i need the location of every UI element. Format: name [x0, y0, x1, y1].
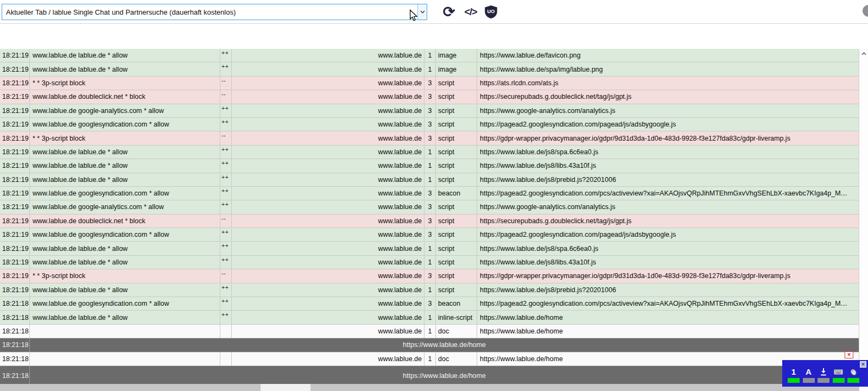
- keyboard-icon[interactable]: [834, 367, 843, 376]
- log-filter-rule: www.lablue.de lablue.de * allow: [30, 173, 220, 186]
- log-counter: ++: [220, 104, 232, 117]
- ublock-shield-icon[interactable]: UO: [482, 3, 499, 21]
- log-row[interactable]: 18:21:19www.lablue.de googlesyndication.…: [0, 118, 859, 131]
- log-type: inline-script: [436, 311, 477, 324]
- log-counter: --: [220, 131, 232, 144]
- widget-slot[interactable]: A: [802, 367, 816, 383]
- log-hostname: www.lablue.de: [232, 297, 425, 310]
- log-url: https://www.lablue.de/spa/img/lablue.png: [477, 62, 859, 75]
- log-time: 18:21:19: [0, 200, 30, 213]
- widget-indicator: [847, 378, 859, 383]
- log-row[interactable]: 18:21:19* * 3p-script block--www.lablue.…: [0, 77, 859, 90]
- log-row[interactable]: 18:21:19www.lablue.de doubleclick.net * …: [0, 90, 859, 104]
- log-type: script: [436, 256, 477, 269]
- log-url: https://ats.rlcdn.com/ats.js: [477, 77, 859, 90]
- log-counter: ++: [220, 297, 232, 310]
- log-time: 18:21:19: [0, 90, 30, 103]
- log-time: 18:21:19: [0, 283, 30, 297]
- log-time: 18:21:18: [0, 366, 30, 386]
- log-party: 3: [425, 215, 436, 228]
- log-filter-rule: www.lablue.de lablue.de * allow: [30, 242, 220, 255]
- log-row[interactable]: 18:21:19www.lablue.de doubleclick.net * …: [0, 215, 859, 228]
- widget-close-icon[interactable]: ✕: [860, 361, 866, 368]
- log-row[interactable]: 18:21:19www.lablue.de google-analytics.c…: [0, 200, 859, 214]
- log-filter-rule: www.lablue.de lablue.de * allow: [30, 311, 220, 324]
- log-row[interactable]: 18:21:19www.lablue.de google-analytics.c…: [0, 104, 859, 118]
- log-filter-rule: www.lablue.de lablue.de * allow: [30, 49, 220, 62]
- log-url: https://pagead2.googlesyndication.com/pa…: [477, 118, 859, 131]
- log-type: script: [436, 146, 477, 159]
- log-row[interactable]: 18:21:19www.lablue.de lablue.de * allow+…: [0, 173, 859, 187]
- log-url: https://gdpr-wrapper.privacymanager.io/g…: [477, 269, 859, 282]
- log-filter-rule: www.lablue.de googlesyndication.com * al…: [30, 297, 220, 310]
- log-type: script: [436, 173, 477, 186]
- widget-indicator: [788, 378, 800, 383]
- log-counter: --: [220, 77, 232, 90]
- log-time: 18:21:19: [0, 159, 30, 172]
- log-hostname: www.lablue.de: [232, 187, 425, 200]
- log-hostname: www.lablue.de: [232, 77, 425, 90]
- one-icon[interactable]: 1: [791, 367, 796, 376]
- log-row[interactable]: 18:21:19www.lablue.de lablue.de * allow+…: [0, 49, 859, 62]
- log-row[interactable]: 18:21:19www.lablue.de lablue.de * allow+…: [0, 146, 859, 159]
- log-party: 1: [425, 146, 436, 159]
- log-filter-rule: www.lablue.de lablue.de * allow: [30, 159, 220, 172]
- dropdown-arrow-icon[interactable]: [417, 4, 427, 20]
- widget-indicator: [803, 378, 815, 383]
- log-hostname: www.lablue.de: [232, 159, 425, 172]
- log-url: https://www.lablue.de/js8/prebid.js?2020…: [477, 173, 859, 186]
- log-counter: ++: [220, 49, 232, 62]
- log-hostname: www.lablue.de: [232, 131, 425, 144]
- widget-slot[interactable]: [816, 367, 831, 383]
- log-row[interactable]: 18:21:19* * 3p-script block--www.lablue.…: [0, 131, 859, 145]
- download-icon[interactable]: [820, 367, 827, 376]
- log-row[interactable]: 18:21:19* * 3p-script block--www.lablue.…: [0, 269, 859, 283]
- horizontal-scroll-thumb[interactable]: [261, 384, 311, 391]
- code-view-icon[interactable]: </>: [461, 4, 480, 20]
- log-time: 18:21:19: [0, 131, 30, 144]
- log-type: beacon: [436, 297, 477, 310]
- widget-slot[interactable]: [846, 367, 860, 383]
- refresh-icon[interactable]: ⟳: [441, 3, 457, 21]
- log-row[interactable]: 18:21:18www.lablue.de1dochttps://www.lab…: [0, 325, 859, 338]
- log-url: https://www.google-analytics.com/analyti…: [477, 200, 859, 213]
- log-hostname: www.lablue.de: [232, 62, 425, 75]
- horizontal-scrollbar[interactable]: [0, 384, 859, 391]
- log-row-tabload[interactable]: 18:21:18https://www.lablue.de/home: [0, 338, 859, 352]
- log-row[interactable]: 18:21:18www.lablue.de lablue.de * allow+…: [0, 311, 859, 324]
- log-party: 3: [425, 187, 436, 200]
- log-url: https://www.lablue.de/js8/libs.43a10f.js: [477, 159, 859, 172]
- red-close-icon[interactable]: ✕: [845, 351, 853, 358]
- widget-slots: 1A: [782, 360, 868, 383]
- log-counter: [220, 325, 232, 338]
- log-url: https://pagead2.googlesyndication.com/pc…: [477, 187, 859, 200]
- info-icon[interactable]: i: [863, 5, 868, 17]
- scroll-up-arrow-icon[interactable]: [859, 49, 868, 58]
- log-url: https://www.lablue.de/home: [30, 338, 859, 351]
- vertical-scrollbar[interactable]: [859, 49, 868, 391]
- log-row[interactable]: 18:21:19www.lablue.de lablue.de * allow+…: [0, 242, 859, 255]
- log-row[interactable]: 18:21:19www.lablue.de googlesyndication.…: [0, 187, 859, 200]
- widget-slot[interactable]: 1: [787, 367, 801, 383]
- tab-selector-dropdown[interactable]: Aktueller Tab / lablue Single Chat und P…: [2, 4, 427, 20]
- log-row[interactable]: 18:21:19www.lablue.de lablue.de * allow+…: [0, 283, 859, 297]
- log-type: script: [436, 159, 477, 172]
- log-row[interactable]: 18:21:19www.lablue.de googlesyndication.…: [0, 228, 859, 242]
- letter-a-icon[interactable]: A: [806, 367, 812, 376]
- mouse-icon[interactable]: [849, 367, 858, 376]
- top-toolbar: Aktueller Tab / lablue Single Chat und P…: [0, 0, 868, 24]
- log-row[interactable]: 18:21:18www.lablue.de googlesyndication.…: [0, 297, 859, 311]
- log-filter-rule: www.lablue.de googlesyndication.com * al…: [30, 228, 220, 241]
- log-party: 3: [425, 297, 436, 310]
- widget-slot[interactable]: [832, 367, 846, 383]
- log-row[interactable]: 18:21:19www.lablue.de lablue.de * allow+…: [0, 62, 859, 76]
- log-type: script: [436, 200, 477, 213]
- log-row[interactable]: 18:21:18www.lablue.de1dochttps://www.lab…: [0, 352, 859, 366]
- log-row[interactable]: 18:21:19www.lablue.de lablue.de * allow+…: [0, 256, 859, 269]
- log-party: 1: [425, 159, 436, 172]
- log-counter: ++: [220, 228, 232, 241]
- log-row[interactable]: 18:21:19www.lablue.de lablue.de * allow+…: [0, 159, 859, 173]
- log-time: 18:21:18: [0, 297, 30, 310]
- tab-selector-value: Aktueller Tab / lablue Single Chat und P…: [2, 4, 417, 20]
- log-counter: --: [220, 215, 232, 228]
